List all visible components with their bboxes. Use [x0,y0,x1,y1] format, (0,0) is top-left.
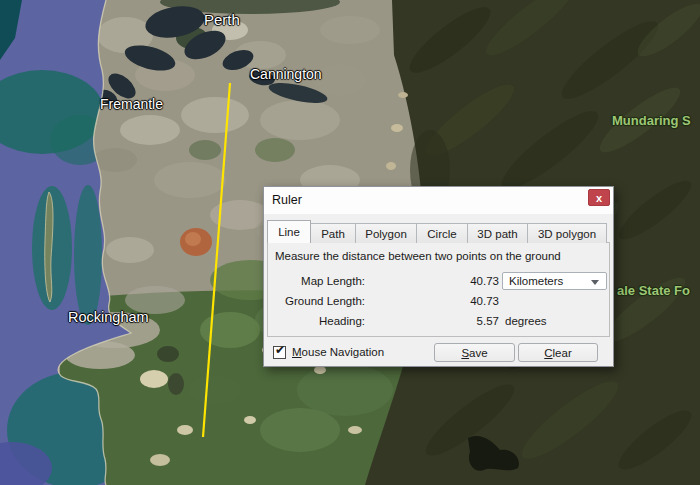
measurement-fields: Map Length: 40.73 Kilometers Ground Leng… [268,271,609,331]
tab-page: Measure the distance between two points … [267,242,610,337]
ground-length-value: 40.73 [365,295,499,307]
units-dropdown[interactable]: Kilometers [502,272,607,290]
dialog-titlebar[interactable]: Ruler x [264,187,613,214]
tab-line[interactable]: Line [267,220,311,243]
description-text: Measure the distance between two points … [275,250,609,262]
units-dropdown-value: Kilometers [509,275,563,287]
ruler-dialog: Ruler x Line Path Polygon Circle 3D path… [263,186,614,367]
ground-length-row: Ground Length: 40.73 [268,291,609,311]
sand-quarry [140,370,168,388]
dialog-title: Ruler [272,193,302,207]
check-icon: ✔ [275,343,285,357]
heading-unit: degrees [499,315,609,327]
lake [168,373,184,395]
map-length-row: Map Length: 40.73 Kilometers [268,271,609,291]
map-length-label: Map Length: [268,275,365,287]
tab-polygon[interactable]: Polygon [356,223,417,243]
checkbox-box: ✔ [273,346,286,359]
tab-path[interactable]: Path [311,223,356,243]
chevron-down-icon [591,280,599,285]
lake [157,346,179,362]
clear-button[interactable]: Clear [518,343,598,362]
tab-bar: Line Path Polygon Circle 3D path 3D poly… [267,220,607,243]
heading-value: 5.57 [365,315,499,327]
dialog-footer: ✔ Mouse Navigation Save Clear [264,343,613,365]
close-icon: x [596,192,602,204]
heading-row: Heading: 5.57 degrees [268,311,609,331]
tab-3d-polygon[interactable]: 3D polygon [528,223,607,243]
tab-3d-path[interactable]: 3D path [468,223,528,243]
google-earth-view: Perth Cannington Fremantle Rockingham Mu… [0,0,700,485]
close-button[interactable]: x [588,189,610,206]
map-length-value: 40.73 [365,275,499,287]
mouse-navigation-label: Mouse Navigation [292,346,384,358]
ground-length-label: Ground Length: [268,295,365,307]
tab-circle[interactable]: Circle [417,223,468,243]
save-button[interactable]: Save [434,343,515,362]
heading-label: Heading: [268,315,365,327]
